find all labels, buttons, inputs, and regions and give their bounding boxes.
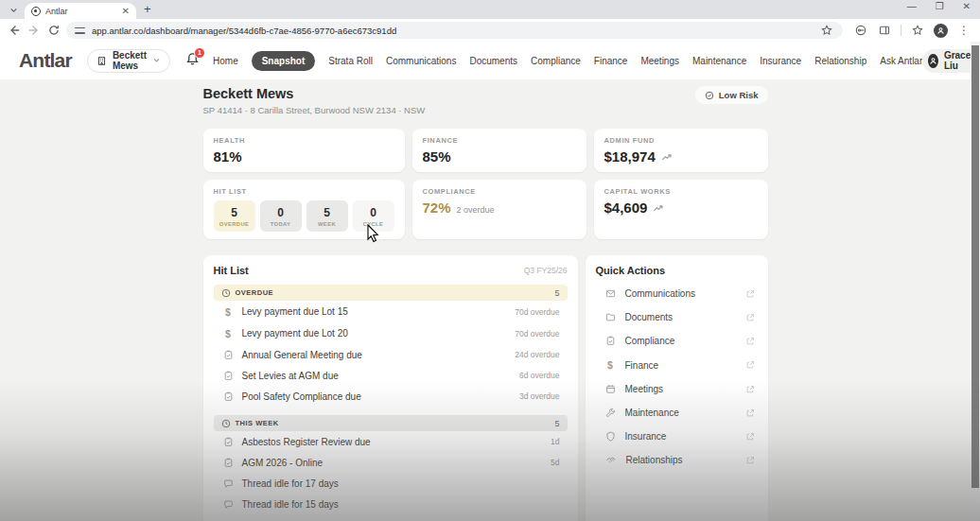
page-scrollbar[interactable] — [971, 42, 980, 521]
window-maximize-button[interactable]: ❐ — [936, 1, 944, 11]
quick-action-meetings[interactable]: Meetings — [596, 377, 758, 401]
external-link-icon — [745, 337, 755, 346]
tab-close-icon[interactable]: ✕ — [122, 7, 130, 16]
quick-action-maintenance[interactable]: Maintenance — [596, 401, 758, 425]
hit-list-item[interactable]: Pool Safety Compliance due3d overdue — [214, 386, 568, 407]
reload-button[interactable] — [46, 23, 61, 38]
hit-list-item[interactable]: AGM 2026 - Online5d — [214, 452, 568, 473]
hit-count-overdue: 5OVERDUE — [214, 200, 255, 232]
section-count: 5 — [554, 288, 559, 298]
hit-count-label: TODAY — [271, 221, 291, 227]
quick-action-insurance[interactable]: Insurance — [596, 425, 758, 448]
site-settings-icon[interactable] — [75, 26, 85, 35]
external-link-icon — [745, 456, 755, 465]
hit-list-section-header-overdue: OVERDUE5 — [214, 285, 568, 301]
hit-count-value: 5 — [324, 206, 330, 219]
hit-list-section-header-this-week: THIS WEEK5 — [214, 415, 568, 431]
external-link-icon — [745, 313, 755, 322]
quick-action-relationships[interactable]: Relationships — [596, 448, 758, 472]
quick-action-compliance[interactable]: Compliance — [596, 329, 758, 353]
external-link-icon — [745, 385, 755, 394]
stat-label: HIT LIST — [214, 187, 394, 196]
tab-search-chevron-icon[interactable] — [6, 2, 21, 17]
scrollbar-thumb[interactable] — [971, 45, 979, 488]
hit-list-item[interactable]: Annual General Meeting due24d overdue — [214, 344, 568, 365]
hit-count-value: 0 — [370, 206, 376, 219]
notification-badge: 1 — [194, 47, 205, 59]
notifications-button[interactable]: 1 — [185, 52, 200, 70]
nav-item-maintenance[interactable]: Maintenance — [692, 56, 746, 66]
dashboard-content: Beckett Mews SP 41414 · 8 Carilla Street… — [0, 79, 971, 521]
url-bar[interactable]: app.antlar.co/dashboard/manager/5344d6fb… — [66, 22, 843, 39]
stat-label: HEALTH — [214, 136, 394, 145]
nav-item-meetings[interactable]: Meetings — [640, 56, 679, 66]
property-selector-label: Beckett Mews — [113, 50, 147, 71]
nav-item-communications[interactable]: Communications — [386, 56, 456, 66]
extensions-icon[interactable] — [910, 23, 925, 38]
nav-item-relationship[interactable]: Relationship — [814, 56, 866, 66]
stat-label: ADMIN FUND — [604, 136, 758, 145]
calendar-icon — [605, 384, 616, 394]
hit-list-item[interactable]: $Levy payment due Lot 1570d overdue — [214, 301, 568, 322]
user-avatar-icon — [928, 54, 938, 68]
app-navbar: Antlar Beckett Mews 1 HomeSnapshotStrata… — [0, 42, 980, 79]
quick-action-label: Insurance — [625, 431, 667, 442]
stat-card-finance: FINANCE 85% — [412, 129, 586, 172]
stat-card-compliance: COMPLIANCE 72% 2 overdue — [412, 180, 586, 239]
hit-list-item[interactable]: Set Levies at AGM due6d overdue — [214, 365, 568, 386]
quick-action-label: Meetings — [625, 384, 664, 394]
stats-grid: HEALTH 81% FINANCE 85% ADMIN FUND $18,97… — [203, 129, 768, 239]
hit-list-item-due: 3d overdue — [519, 391, 560, 401]
quick-action-communications[interactable]: Communications — [596, 282, 758, 305]
nav-item-finance[interactable]: Finance — [594, 56, 628, 66]
nav-item-snapshot[interactable]: Snapshot — [252, 51, 316, 71]
external-link-icon — [745, 360, 755, 370]
hit-list-item[interactable]: Thread idle for 15 days — [214, 494, 568, 514]
nav-item-strata-roll[interactable]: Strata Roll — [328, 56, 373, 66]
window-minimize-button[interactable]: — — [907, 1, 917, 11]
stat-label: COMPLIANCE — [423, 187, 576, 196]
dollar-icon: $ — [223, 306, 234, 318]
bookmark-star-icon[interactable] — [819, 23, 834, 38]
new-tab-button[interactable]: + — [144, 2, 151, 16]
password-manager-icon[interactable] — [853, 23, 868, 38]
quick-action-documents[interactable]: Documents — [596, 305, 758, 329]
stat-card-health: HEALTH 81% — [203, 129, 405, 172]
clock-icon — [221, 288, 231, 298]
hit-count-value: 0 — [277, 206, 284, 219]
nav-item-insurance[interactable]: Insurance — [760, 56, 801, 66]
nav-item-compliance[interactable]: Compliance — [531, 56, 581, 66]
nav-item-documents[interactable]: Documents — [469, 56, 517, 66]
shield-icon — [605, 431, 616, 442]
dollar-icon: $ — [605, 359, 616, 371]
antlar-logo[interactable]: Antlar — [19, 49, 72, 72]
clock-icon — [221, 419, 231, 428]
stat-value: $18,974 — [604, 148, 656, 165]
hit-count-label: WEEK — [318, 221, 336, 227]
window-close-button[interactable]: ✕ — [963, 1, 971, 11]
clipboard-icon — [223, 371, 234, 381]
browser-tab[interactable]: Antlar ✕ — [25, 3, 136, 19]
folder-icon — [605, 312, 616, 322]
quick-actions-title: Quick Actions — [596, 265, 666, 276]
clipboard-icon — [223, 350, 234, 360]
browser-profile-avatar[interactable] — [934, 24, 948, 38]
external-link-icon — [745, 408, 755, 418]
hit-list-item-label: Annual General Meeting due — [242, 350, 362, 360]
back-button[interactable] — [7, 23, 22, 38]
hit-list-item[interactable]: Thread idle for 15 days — [214, 514, 568, 521]
stat-value: $4,609 — [604, 200, 648, 216]
hit-list-item[interactable]: Asbestos Register Review due1d — [214, 431, 568, 452]
hit-list-item[interactable]: Thread idle for 17 days — [214, 473, 568, 494]
building-icon — [96, 56, 107, 66]
property-selector[interactable]: Beckett Mews — [87, 49, 170, 73]
quick-action-finance[interactable]: $Finance — [596, 353, 758, 377]
quick-action-label: Communications — [625, 288, 695, 299]
browser-menu-icon[interactable]: ⋮ — [956, 23, 971, 38]
side-panel-icon[interactable] — [877, 23, 892, 38]
nav-item-home[interactable]: Home — [213, 56, 238, 66]
nav-item-ask-antlar[interactable]: Ask Antlar — [880, 56, 922, 66]
hit-list-item-label: Set Levies at AGM due — [242, 371, 339, 381]
forward-button[interactable] — [26, 23, 42, 38]
hit-list-item[interactable]: $Levy payment due Lot 2070d overdue — [214, 322, 568, 344]
